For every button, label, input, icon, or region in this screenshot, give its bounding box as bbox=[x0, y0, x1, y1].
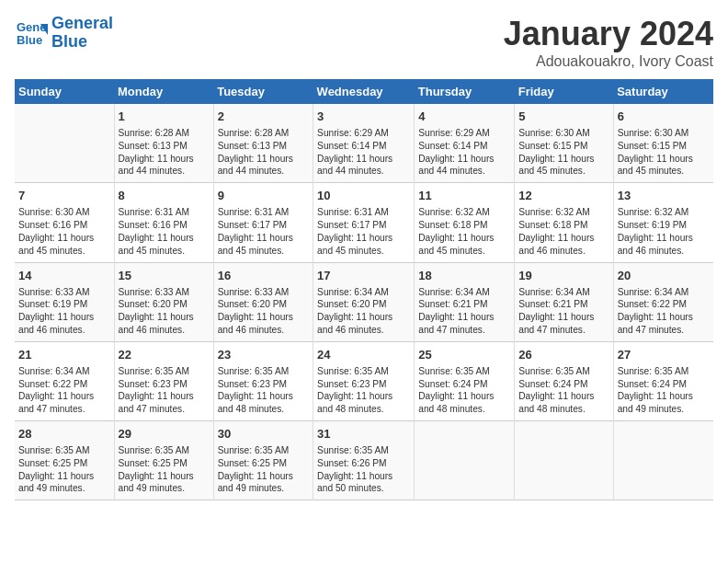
calendar-cell: 17Sunrise: 6:34 AM Sunset: 6:20 PM Dayli… bbox=[313, 262, 415, 341]
day-content: Sunrise: 6:35 AM Sunset: 6:24 PM Dayligh… bbox=[618, 365, 710, 416]
col-header-friday: Friday bbox=[515, 79, 613, 104]
day-content: Sunrise: 6:30 AM Sunset: 6:15 PM Dayligh… bbox=[618, 127, 710, 178]
day-content: Sunrise: 6:35 AM Sunset: 6:25 PM Dayligh… bbox=[18, 444, 110, 495]
day-content: Sunrise: 6:31 AM Sunset: 6:16 PM Dayligh… bbox=[119, 206, 210, 257]
day-content: Sunrise: 6:35 AM Sunset: 6:24 PM Dayligh… bbox=[418, 365, 510, 416]
week-row-2: 7Sunrise: 6:30 AM Sunset: 6:16 PM Daylig… bbox=[15, 183, 713, 262]
calendar-cell: 4Sunrise: 6:29 AM Sunset: 6:14 PM Daylig… bbox=[415, 104, 515, 183]
day-number: 8 bbox=[119, 188, 210, 204]
calendar-cell: 10Sunrise: 6:31 AM Sunset: 6:17 PM Dayli… bbox=[313, 183, 415, 262]
col-header-thursday: Thursday bbox=[415, 79, 515, 104]
day-content: Sunrise: 6:34 AM Sunset: 6:22 PM Dayligh… bbox=[618, 286, 710, 337]
logo-line2: Blue bbox=[51, 33, 113, 52]
calendar-cell: 6Sunrise: 6:30 AM Sunset: 6:15 PM Daylig… bbox=[613, 104, 713, 183]
calendar-cell: 11Sunrise: 6:32 AM Sunset: 6:18 PM Dayli… bbox=[415, 183, 515, 262]
calendar-cell: 29Sunrise: 6:35 AM Sunset: 6:25 PM Dayli… bbox=[114, 421, 213, 500]
day-number: 27 bbox=[618, 347, 710, 363]
day-number: 17 bbox=[317, 268, 410, 284]
day-number: 21 bbox=[18, 347, 110, 363]
day-content: Sunrise: 6:33 AM Sunset: 6:19 PM Dayligh… bbox=[18, 286, 110, 337]
day-content: Sunrise: 6:31 AM Sunset: 6:17 PM Dayligh… bbox=[218, 206, 309, 257]
day-number: 30 bbox=[218, 426, 309, 442]
day-content: Sunrise: 6:28 AM Sunset: 6:13 PM Dayligh… bbox=[218, 127, 309, 178]
calendar-cell bbox=[515, 421, 613, 500]
col-header-sunday: Sunday bbox=[15, 79, 114, 104]
col-header-tuesday: Tuesday bbox=[213, 79, 313, 104]
calendar-cell: 2Sunrise: 6:28 AM Sunset: 6:13 PM Daylig… bbox=[213, 104, 313, 183]
calendar-cell: 8Sunrise: 6:31 AM Sunset: 6:16 PM Daylig… bbox=[114, 183, 213, 262]
calendar-cell: 1Sunrise: 6:28 AM Sunset: 6:13 PM Daylig… bbox=[114, 104, 213, 183]
logo-icon: General Blue bbox=[15, 17, 48, 50]
day-number: 18 bbox=[418, 268, 510, 284]
week-row-1: 1Sunrise: 6:28 AM Sunset: 6:13 PM Daylig… bbox=[15, 104, 713, 183]
col-header-saturday: Saturday bbox=[613, 79, 713, 104]
day-content: Sunrise: 6:33 AM Sunset: 6:20 PM Dayligh… bbox=[218, 286, 309, 337]
calendar-cell: 19Sunrise: 6:34 AM Sunset: 6:21 PM Dayli… bbox=[515, 262, 613, 341]
day-content: Sunrise: 6:34 AM Sunset: 6:22 PM Dayligh… bbox=[18, 365, 110, 416]
month-title: January 2024 bbox=[504, 15, 713, 53]
calendar-cell: 30Sunrise: 6:35 AM Sunset: 6:25 PM Dayli… bbox=[213, 421, 313, 500]
day-number: 4 bbox=[418, 109, 510, 125]
day-content: Sunrise: 6:35 AM Sunset: 6:23 PM Dayligh… bbox=[317, 365, 410, 416]
day-number: 20 bbox=[618, 268, 710, 284]
title-block: January 2024 Adouakouakro, Ivory Coast bbox=[504, 15, 713, 70]
day-number: 6 bbox=[618, 109, 710, 125]
week-row-4: 21Sunrise: 6:34 AM Sunset: 6:22 PM Dayli… bbox=[15, 341, 713, 420]
day-content: Sunrise: 6:30 AM Sunset: 6:16 PM Dayligh… bbox=[18, 206, 110, 257]
day-content: Sunrise: 6:29 AM Sunset: 6:14 PM Dayligh… bbox=[418, 127, 510, 178]
calendar-cell: 28Sunrise: 6:35 AM Sunset: 6:25 PM Dayli… bbox=[15, 421, 114, 500]
week-row-3: 14Sunrise: 6:33 AM Sunset: 6:19 PM Dayli… bbox=[15, 262, 713, 341]
calendar-cell: 20Sunrise: 6:34 AM Sunset: 6:22 PM Dayli… bbox=[613, 262, 713, 341]
header-row: SundayMondayTuesdayWednesdayThursdayFrid… bbox=[15, 79, 713, 104]
calendar-cell: 9Sunrise: 6:31 AM Sunset: 6:17 PM Daylig… bbox=[213, 183, 313, 262]
day-number: 14 bbox=[18, 268, 110, 284]
calendar-cell bbox=[415, 421, 515, 500]
day-number: 11 bbox=[418, 188, 510, 204]
day-number: 23 bbox=[218, 347, 309, 363]
calendar-cell: 27Sunrise: 6:35 AM Sunset: 6:24 PM Dayli… bbox=[613, 341, 713, 420]
day-content: Sunrise: 6:32 AM Sunset: 6:19 PM Dayligh… bbox=[618, 206, 710, 257]
calendar-cell bbox=[15, 104, 114, 183]
day-number: 29 bbox=[119, 426, 210, 442]
day-number: 2 bbox=[218, 109, 309, 125]
day-content: Sunrise: 6:28 AM Sunset: 6:13 PM Dayligh… bbox=[119, 127, 210, 178]
calendar-cell: 18Sunrise: 6:34 AM Sunset: 6:21 PM Dayli… bbox=[415, 262, 515, 341]
day-content: Sunrise: 6:32 AM Sunset: 6:18 PM Dayligh… bbox=[518, 206, 609, 257]
calendar-cell: 26Sunrise: 6:35 AM Sunset: 6:24 PM Dayli… bbox=[515, 341, 613, 420]
page-header: General Blue General Blue January 2024 A… bbox=[15, 15, 713, 70]
day-number: 9 bbox=[218, 188, 309, 204]
day-content: Sunrise: 6:31 AM Sunset: 6:17 PM Dayligh… bbox=[317, 206, 410, 257]
day-number: 16 bbox=[218, 268, 309, 284]
calendar-cell: 15Sunrise: 6:33 AM Sunset: 6:20 PM Dayli… bbox=[114, 262, 213, 341]
day-number: 24 bbox=[317, 347, 410, 363]
day-number: 19 bbox=[518, 268, 609, 284]
day-number: 25 bbox=[418, 347, 510, 363]
day-content: Sunrise: 6:35 AM Sunset: 6:23 PM Dayligh… bbox=[218, 365, 309, 416]
svg-text:Blue: Blue bbox=[17, 33, 42, 47]
day-content: Sunrise: 6:34 AM Sunset: 6:21 PM Dayligh… bbox=[418, 286, 510, 337]
col-header-monday: Monday bbox=[114, 79, 213, 104]
calendar-cell: 25Sunrise: 6:35 AM Sunset: 6:24 PM Dayli… bbox=[415, 341, 515, 420]
day-number: 3 bbox=[317, 109, 410, 125]
calendar-cell: 22Sunrise: 6:35 AM Sunset: 6:23 PM Dayli… bbox=[114, 341, 213, 420]
day-content: Sunrise: 6:35 AM Sunset: 6:25 PM Dayligh… bbox=[218, 444, 309, 495]
logo: General Blue General Blue bbox=[15, 15, 113, 52]
day-number: 12 bbox=[518, 188, 609, 204]
calendar-table: SundayMondayTuesdayWednesdayThursdayFrid… bbox=[15, 79, 713, 500]
logo-line1: General bbox=[51, 15, 113, 33]
calendar-cell: 24Sunrise: 6:35 AM Sunset: 6:23 PM Dayli… bbox=[313, 341, 415, 420]
day-content: Sunrise: 6:35 AM Sunset: 6:23 PM Dayligh… bbox=[119, 365, 210, 416]
day-content: Sunrise: 6:32 AM Sunset: 6:18 PM Dayligh… bbox=[418, 206, 510, 257]
day-number: 15 bbox=[119, 268, 210, 284]
day-content: Sunrise: 6:35 AM Sunset: 6:24 PM Dayligh… bbox=[518, 365, 609, 416]
day-content: Sunrise: 6:35 AM Sunset: 6:26 PM Dayligh… bbox=[317, 444, 410, 495]
day-number: 5 bbox=[518, 109, 609, 125]
day-content: Sunrise: 6:34 AM Sunset: 6:21 PM Dayligh… bbox=[518, 286, 609, 337]
day-number: 26 bbox=[518, 347, 609, 363]
day-content: Sunrise: 6:29 AM Sunset: 6:14 PM Dayligh… bbox=[317, 127, 410, 178]
day-number: 22 bbox=[119, 347, 210, 363]
calendar-cell: 21Sunrise: 6:34 AM Sunset: 6:22 PM Dayli… bbox=[15, 341, 114, 420]
day-number: 28 bbox=[18, 426, 110, 442]
calendar-cell bbox=[613, 421, 713, 500]
calendar-cell: 7Sunrise: 6:30 AM Sunset: 6:16 PM Daylig… bbox=[15, 183, 114, 262]
